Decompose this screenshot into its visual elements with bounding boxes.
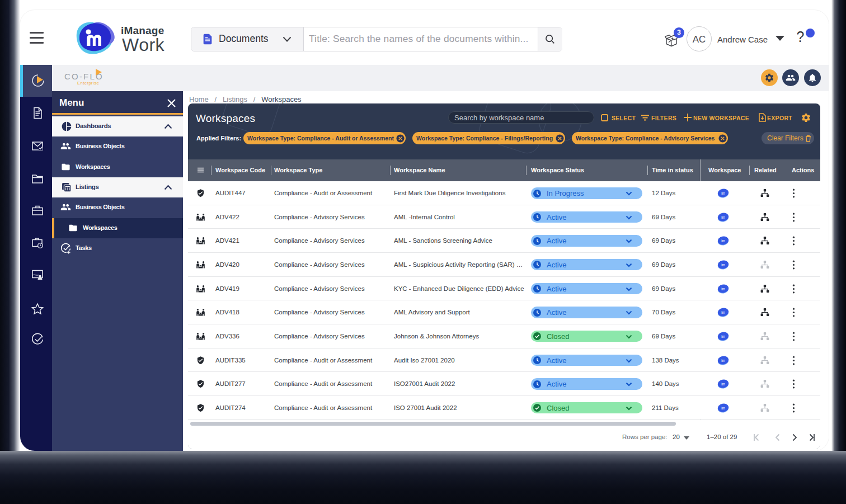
svg-text:im: im: [721, 310, 725, 314]
svg-text:im: im: [721, 239, 725, 243]
svg-text:im: im: [721, 263, 725, 267]
svg-text:im: im: [721, 286, 725, 290]
svg-text:im: im: [721, 358, 725, 362]
svg-text:im: im: [721, 382, 725, 386]
svg-text:im: im: [721, 406, 725, 409]
svg-text:im: im: [721, 191, 725, 195]
svg-text:im: im: [721, 334, 725, 338]
svg-text:im: im: [721, 215, 725, 219]
